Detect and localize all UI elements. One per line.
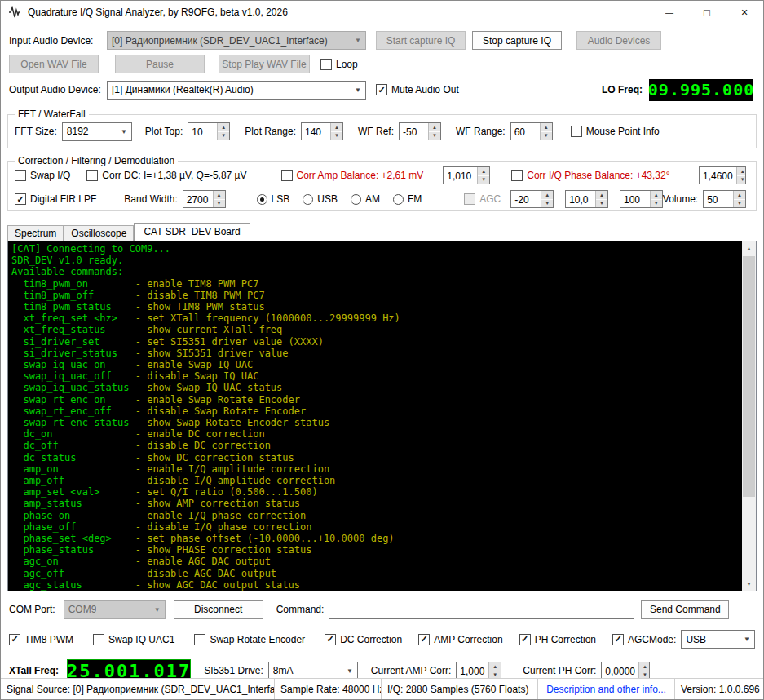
- plot-top-spinner[interactable]: 10 ▲▼: [188, 122, 230, 140]
- mouse-point-info-checkbox[interactable]: Mouse Point Info: [571, 126, 660, 137]
- mode-radio-fm[interactable]: FM: [393, 193, 422, 205]
- minimize-button[interactable]: —: [651, 1, 688, 24]
- band-width-spinner[interactable]: 2700 ▲▼: [183, 190, 226, 208]
- spinner-down-icon[interactable]: ▼: [429, 132, 440, 140]
- close-button[interactable]: ✕: [726, 1, 763, 24]
- checkbox-box: [464, 193, 475, 205]
- input-device-row: Input Audio Device: [0] Радиоприемник (S…: [1, 31, 763, 50]
- maximize-button[interactable]: □: [688, 1, 726, 24]
- spinner-value: 0,0000: [602, 662, 638, 679]
- spinner-up-icon[interactable]: ▲: [429, 123, 440, 132]
- ph-correction-checkbox[interactable]: ✓ PH Correction: [519, 634, 596, 645]
- send-command-button[interactable]: Send Command: [641, 600, 729, 619]
- cat-terminal[interactable]: [CAT] Connecting to COM9...SDR_DEV v1.0 …: [7, 241, 757, 591]
- mode-combo[interactable]: USB ▼: [681, 630, 755, 649]
- open-wav-button[interactable]: Open WAV File: [9, 55, 99, 73]
- wf-ref-spinner[interactable]: -50 ▲▼: [399, 122, 441, 140]
- corr-amp-balance-checkbox[interactable]: Corr Amp Balance: +2,61 mV: [281, 170, 424, 181]
- board-agc-checkbox[interactable]: ✓ AGC: [612, 634, 649, 645]
- mode-radio-lsb[interactable]: LSB: [257, 193, 290, 205]
- mode-label: Mode:: [649, 634, 676, 645]
- wf-ref-label: WF Ref:: [358, 126, 394, 137]
- spinner-down-icon[interactable]: ▼: [331, 132, 342, 140]
- spinner-up-icon[interactable]: ▲: [737, 167, 746, 176]
- spinner-up-icon[interactable]: ▲: [478, 167, 489, 176]
- corr-phase-balance-checkbox[interactable]: Corr I/Q Phase Balance: +43,32°: [511, 170, 669, 181]
- plot-range-label: Plot Range:: [245, 126, 296, 137]
- current-ph-corr-spinner[interactable]: 0,0000 ▲▼: [601, 662, 650, 680]
- output-device-combo[interactable]: [1] Динамики (Realtek(R) Audio) ▼: [107, 81, 366, 100]
- fft-size-combo[interactable]: 8192 ▼: [62, 122, 132, 141]
- plot-range-spinner[interactable]: 140 ▲▼: [301, 122, 343, 140]
- volume-spinner[interactable]: 50 ▲▼: [703, 190, 746, 208]
- agc-decay-spinner[interactable]: 100 ▲▼: [620, 190, 663, 208]
- status-iq-samples: I/Q: 2880 Samples (5760 Floats): [382, 679, 538, 699]
- status-description-link[interactable]: Description and other info...: [538, 679, 675, 699]
- amp-correction-label: AMP Correction: [434, 634, 502, 645]
- spinner-up-icon[interactable]: ▲: [651, 191, 662, 200]
- amp-correction-checkbox[interactable]: ✓ AMP Correction: [418, 634, 502, 645]
- checkbox-box: [15, 170, 26, 181]
- tab-oscilloscope[interactable]: Oscilloscope: [64, 225, 134, 241]
- spinner-down-icon[interactable]: ▼: [541, 200, 553, 208]
- spinner-up-icon[interactable]: ▲: [218, 123, 229, 132]
- stop-capture-button[interactable]: Stop capture IQ: [472, 31, 562, 50]
- scroll-down-icon[interactable]: ▼: [742, 577, 756, 591]
- spinner-down-icon[interactable]: ▼: [596, 200, 607, 208]
- spinner-down-icon[interactable]: ▼: [214, 200, 225, 208]
- current-amp-corr-spinner[interactable]: 1,000 ▲▼: [456, 662, 501, 680]
- start-capture-button[interactable]: Start capture IQ: [376, 31, 466, 50]
- spinner-up-icon[interactable]: ▲: [489, 662, 501, 671]
- loop-label: Loop: [336, 59, 358, 70]
- tab-cat-sdr-dev-board[interactable]: CAT SDR_DEV Board: [134, 223, 250, 241]
- spinner-down-icon[interactable]: ▼: [734, 200, 745, 208]
- loop-checkbox[interactable]: Loop: [320, 59, 358, 70]
- spinner-up-icon[interactable]: ▲: [214, 191, 225, 200]
- corr-phase-spinner[interactable]: 1,4600 ▲▼: [699, 166, 746, 184]
- mode-radio-usb[interactable]: USB: [303, 193, 338, 205]
- stop-play-wav-button[interactable]: Stop Play WAV File: [219, 55, 310, 73]
- dc-correction-checkbox[interactable]: ✓ DC Correction: [325, 634, 402, 645]
- agc-threshold-spinner[interactable]: -20 ▲▼: [510, 190, 554, 208]
- corr-amp-spinner[interactable]: 1,010 ▲▼: [443, 166, 490, 184]
- checkbox-box: ✓: [612, 634, 624, 645]
- swap-rotate-encoder-checkbox[interactable]: Swap Rotate Encoder: [194, 634, 305, 645]
- spinner-down-icon[interactable]: ▼: [737, 176, 746, 184]
- scroll-up-icon[interactable]: ▲: [742, 241, 756, 255]
- spinner-up-icon[interactable]: ▲: [331, 123, 342, 132]
- spinner-down-icon[interactable]: ▼: [218, 132, 229, 140]
- terminal-scrollbar[interactable]: ▲ ▼: [742, 241, 756, 591]
- corr-amp-balance-label: Corr Amp Balance: +2,61 mV: [297, 170, 424, 181]
- spinner-down-icon[interactable]: ▼: [651, 200, 662, 208]
- corr-dc-label: Corr DC: I=+1,38 µV, Q=-5,87 µV: [102, 170, 246, 181]
- spinner-up-icon[interactable]: ▲: [596, 191, 607, 200]
- agc-checkbox[interactable]: AGC: [464, 193, 501, 205]
- combo-value: COM9: [68, 604, 97, 615]
- titlebar[interactable]: Quadrature I/Q Signal Analyzer, by R9OFG…: [1, 1, 763, 24]
- swap-iq-checkbox[interactable]: Swap I/Q: [15, 170, 70, 181]
- audio-devices-button[interactable]: Audio Devices: [576, 31, 661, 50]
- input-device-combo[interactable]: [0] Радиоприемник (SDR_DEV_UAC1_Interfac…: [107, 31, 366, 50]
- tab-spectrum[interactable]: Spectrum: [7, 225, 64, 241]
- mute-audio-checkbox[interactable]: ✓ Mute Audio Out: [376, 84, 459, 95]
- corr-dc-checkbox[interactable]: Corr DC: I=+1,38 µV, Q=-5,87 µV: [86, 170, 246, 181]
- tim8-pwm-checkbox[interactable]: ✓ TIM8 PWM: [9, 634, 73, 645]
- spinner-up-icon[interactable]: ▲: [541, 123, 552, 132]
- agc-attack-spinner[interactable]: 10,0 ▲▼: [565, 190, 608, 208]
- com-port-combo[interactable]: COM9 ▼: [64, 600, 166, 619]
- digital-fir-lpf-checkbox[interactable]: ✓ Digital FIR LPF: [15, 193, 96, 205]
- pause-button[interactable]: Pause: [115, 55, 205, 73]
- spinner-down-icon[interactable]: ▼: [541, 132, 552, 140]
- spinner-up-icon[interactable]: ▲: [541, 191, 553, 200]
- spinner-up-icon[interactable]: ▲: [639, 662, 650, 671]
- correction-group: Correction / Filtering / Demodulation Sw…: [7, 161, 757, 211]
- mode-radio-am[interactable]: AM: [351, 193, 380, 205]
- spinner-down-icon[interactable]: ▼: [478, 176, 489, 184]
- wf-range-spinner[interactable]: 60 ▲▼: [510, 122, 553, 140]
- terminal-text: [CAT] Connecting to COM9...SDR_DEV v1.0 …: [11, 243, 740, 591]
- spinner-up-icon[interactable]: ▲: [734, 191, 745, 200]
- swap-iq-uac1-checkbox[interactable]: Swap IQ UAC1: [93, 634, 174, 645]
- command-input[interactable]: [329, 600, 634, 619]
- disconnect-button[interactable]: Disconnect: [174, 600, 263, 619]
- scrollbar-thumb[interactable]: [743, 256, 755, 497]
